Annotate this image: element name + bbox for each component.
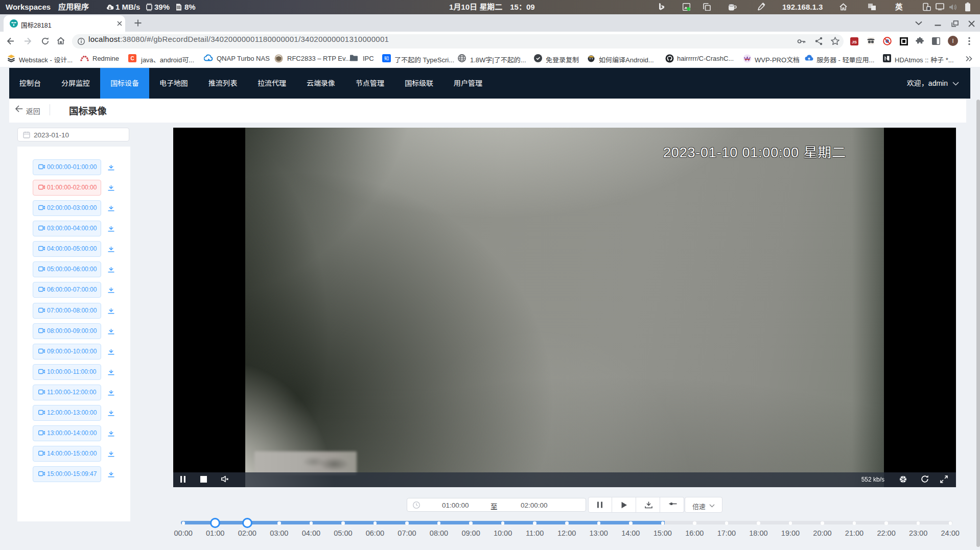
svg-text:I: I xyxy=(952,38,953,44)
svg-text:知: 知 xyxy=(384,55,389,62)
svg-text:C: C xyxy=(130,56,134,61)
svg-text:JS: JS xyxy=(852,40,857,44)
